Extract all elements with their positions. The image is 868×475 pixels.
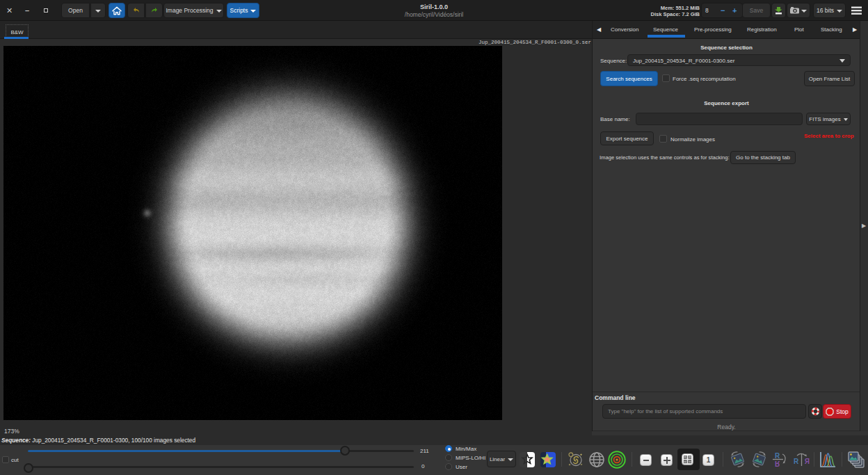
svg-text:R: R (775, 460, 780, 467)
svg-text:R: R (794, 458, 799, 465)
svg-text:R: R (775, 452, 780, 460)
svg-text:R: R (804, 458, 810, 465)
